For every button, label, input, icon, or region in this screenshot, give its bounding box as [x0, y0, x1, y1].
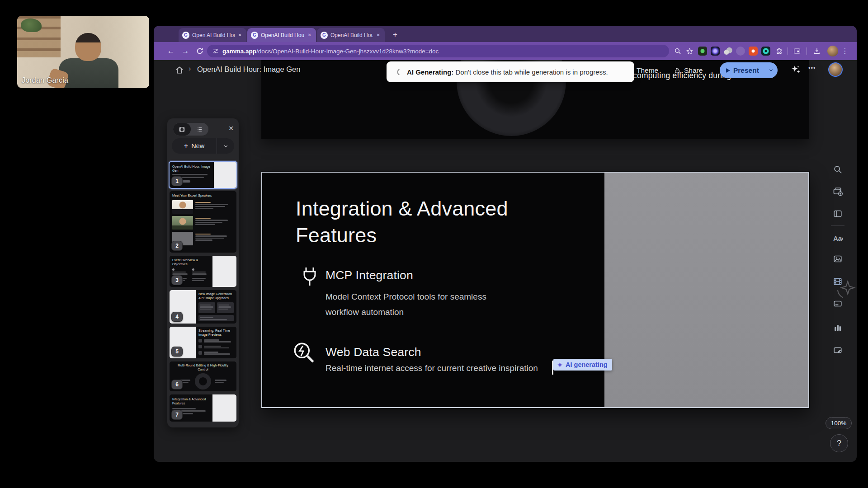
text-tool-button[interactable]: Aa: [829, 230, 846, 247]
more-options-button[interactable]: •••: [808, 65, 816, 71]
screen: Jordan Garcia G Open AI Build Hours: Ima…: [0, 0, 868, 488]
webcam-plant: [21, 19, 42, 32]
theme-button[interactable]: Theme: [632, 63, 663, 78]
thumb-image-placeholder: [212, 256, 236, 287]
address-bar[interactable]: gamma.app/docs/OpenAI-Build-Hour-Image-G…: [207, 45, 669, 57]
gamma-app: 3 computing efficiency during edits › Op…: [154, 60, 857, 462]
current-slide-canvas[interactable]: Integration & Advanced Features MCP Inte…: [261, 172, 809, 408]
magnifier-icon: [674, 47, 681, 55]
list-view-button[interactable]: [191, 123, 208, 136]
slide-thumbnail-1-selected[interactable]: OpenAI Build Hour: Image Gen 1: [170, 162, 236, 188]
present-main[interactable]: Present: [720, 66, 764, 75]
extension-icon[interactable]: [761, 47, 770, 56]
slide-thumbnail-2[interactable]: Meet Your Expert Speakers: [170, 191, 236, 253]
browser-tab-3[interactable]: G OpenAI Build Hour: Image Ge ✕: [317, 28, 385, 42]
present-button[interactable]: Present: [720, 62, 778, 78]
browser-tab-1[interactable]: G Open AI Build Hours: Image ✕: [179, 28, 246, 42]
thumb-title: Integration & Advanced Features: [172, 398, 210, 406]
filmstrip-view-button[interactable]: [173, 123, 191, 136]
feature-heading[interactable]: MCP Integration: [326, 268, 413, 282]
feature-body[interactable]: Real-time internet access for current cr…: [326, 361, 542, 376]
chart-tool-button[interactable]: [829, 319, 846, 336]
downloads-button[interactable]: [812, 46, 822, 56]
card-icon: [833, 299, 843, 309]
speaker-photo: [172, 200, 193, 214]
back-button[interactable]: ←: [165, 46, 176, 56]
slide-number-badge: 2: [171, 241, 183, 251]
ai-generating-toast: AI Generating: Don't close this tab whil…: [387, 61, 634, 82]
extension-icon[interactable]: [698, 47, 707, 56]
slide-thumbnail-4[interactable]: New Image Generation API: Major Upgrades…: [170, 290, 236, 324]
spinner-icon: [394, 68, 402, 76]
slide-thumbnail-5[interactable]: Streaming: Real-Time Image Previews 5: [170, 327, 236, 358]
ai-assistant-button[interactable]: [790, 64, 801, 75]
browser-menu-button[interactable]: ⋮: [840, 46, 850, 56]
toast-rest: Don't close this tab while generation is…: [456, 68, 608, 76]
browser-toolbar: ← → gamma.app/docs/OpenAI-Build-Hour-Ima…: [154, 42, 857, 60]
sparkle-icon: [557, 362, 563, 368]
edit-tool-button[interactable]: [829, 342, 846, 359]
speaker-row: [172, 216, 234, 230]
image-tool-button[interactable]: [829, 250, 846, 267]
embed-tool-button[interactable]: [829, 295, 846, 312]
side-panel-icon: [793, 47, 801, 55]
new-slide-dropdown-button[interactable]: [217, 138, 234, 154]
tab-close-icon[interactable]: ✕: [376, 33, 381, 38]
toast-text: AI Generating: Don't close this tab whil…: [407, 68, 608, 76]
slide-number-badge: 7: [171, 410, 183, 420]
share-label: Share: [684, 66, 703, 75]
thumb-title: New Image Generation API: Major Upgrades: [198, 292, 234, 300]
new-tab-button[interactable]: +: [390, 29, 401, 40]
help-button[interactable]: ?: [830, 434, 848, 452]
extension-icon[interactable]: [723, 47, 732, 56]
thumb-title: Streaming: Real-Time Image Previews: [198, 329, 234, 337]
tab-close-icon[interactable]: ✕: [307, 33, 312, 38]
reload-icon: [196, 47, 203, 55]
breadcrumb[interactable]: OpenAI Build Hour: Image Gen: [197, 65, 300, 74]
thumb-title: Meet Your Expert Speakers: [172, 194, 234, 198]
new-slide-main[interactable]: + New: [172, 138, 217, 154]
new-slide-button[interactable]: + New: [172, 138, 234, 154]
add-card-tool-button[interactable]: [829, 183, 846, 200]
gamma-favicon-icon: G: [182, 32, 189, 39]
browser-profile-avatar[interactable]: [827, 46, 838, 56]
page-zoom-button[interactable]: [673, 46, 683, 56]
reload-button[interactable]: [194, 46, 205, 56]
tab-label: OpenAI Build Hour: Image Ge: [261, 32, 304, 38]
share-button[interactable]: Share: [669, 63, 707, 78]
zoom-level-badge[interactable]: 100%: [826, 417, 852, 429]
side-panel-button[interactable]: [792, 46, 802, 56]
slide-title[interactable]: Integration & Advanced Features: [296, 195, 535, 249]
search-tool-button[interactable]: [829, 161, 846, 178]
thumb-title: Multi-Round Editing & High-Fidelity Cont…: [172, 364, 234, 372]
slide-image-generating-area: [604, 173, 808, 407]
slide-number-badge: 5: [171, 347, 183, 357]
layout-tool-button[interactable]: [829, 205, 846, 222]
feature-body[interactable]: Model Context Protocol tools for seamles…: [326, 289, 511, 320]
thumbnail-list: OpenAI Build Hour: Image Gen 1 Meet Your…: [170, 162, 236, 425]
extension-icon[interactable]: [736, 47, 745, 56]
donut-diagram: [195, 373, 211, 389]
close-panel-button[interactable]: ✕: [225, 122, 237, 134]
present-dropdown-button[interactable]: [764, 67, 778, 73]
slide-number-badge: 6: [171, 380, 183, 389]
forward-button[interactable]: →: [180, 46, 191, 56]
extensions-menu-button[interactable]: [774, 46, 784, 56]
thumb-title: Event Overview & Objectives: [172, 258, 210, 267]
browser-tab-2-active[interactable]: G OpenAI Build Hour: Image Ge ✕: [247, 28, 316, 42]
video-tool-button[interactable]: [829, 273, 846, 290]
slide-thumbnail-6[interactable]: Multi-Round Editing & High-Fidelity Cont…: [170, 361, 236, 391]
slide-thumbnail-3[interactable]: Event Overview & Objectives 3: [170, 256, 236, 287]
speaker-row: [172, 200, 234, 214]
filmstrip-icon: [179, 126, 185, 133]
tab-close-icon[interactable]: ✕: [237, 33, 243, 38]
extension-icon[interactable]: [749, 47, 758, 56]
bookmark-button[interactable]: [684, 46, 694, 56]
user-avatar[interactable]: [828, 62, 843, 77]
thumb-content: Streaming: Real-Time Image Previews: [196, 327, 236, 358]
list-icon: [196, 126, 203, 133]
home-button[interactable]: [174, 64, 185, 76]
slide-thumbnail-7[interactable]: Integration & Advanced Features 7: [170, 394, 236, 422]
feature-heading[interactable]: Web Data Search: [326, 345, 421, 359]
extension-icon[interactable]: [711, 47, 720, 56]
